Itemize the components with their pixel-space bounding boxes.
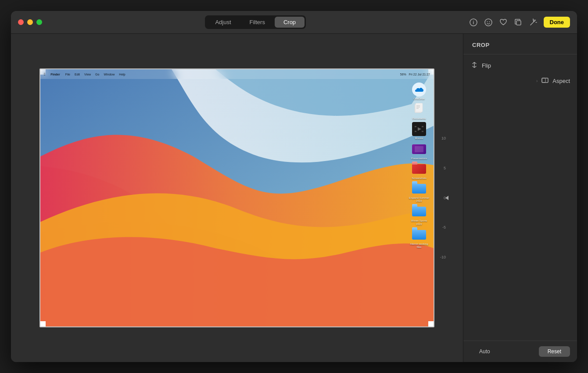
winter-folder-label: Winter Sports 2022 xyxy=(408,219,430,226)
menu-go: Go xyxy=(95,73,99,76)
list-item: Presentations xyxy=(408,142,430,160)
auto-button[interactable]: Auto xyxy=(470,346,499,357)
svg-point-2 xyxy=(485,19,492,26)
minimize-button[interactable] xyxy=(27,19,33,25)
presentations-label: Presentations xyxy=(411,157,427,160)
titlebar: Adjust Filters Crop i xyxy=(11,11,577,34)
traffic-lights xyxy=(18,19,42,25)
ruler-label-10: 10 xyxy=(441,136,448,140)
right-panel: CROP Flip › xyxy=(463,34,577,362)
flip-icon xyxy=(470,61,478,70)
close-button[interactable] xyxy=(18,19,24,25)
menu-window: Window xyxy=(104,73,115,76)
menu-help: Help xyxy=(119,73,125,76)
mac-menubar-right: 56% Fri 22 Jul 21:27 xyxy=(400,73,430,76)
aspect-chevron: › xyxy=(536,79,538,83)
duplicate-icon[interactable] xyxy=(514,18,523,27)
crop-corner-bl[interactable] xyxy=(39,321,46,327)
tab-crop[interactable]: Crop xyxy=(275,17,305,28)
aspect-item[interactable]: › Aspect xyxy=(463,73,577,89)
tab-filters[interactable]: Filters xyxy=(241,17,274,28)
flip-label: Flip xyxy=(482,62,491,69)
crop-corner-br[interactable] xyxy=(428,321,434,327)
panel-header: CROP xyxy=(463,34,577,54)
finder-app-name: Finder xyxy=(50,73,60,76)
titlebar-right: i xyxy=(469,17,570,28)
panel-title: CROP xyxy=(472,42,490,48)
tab-group: Adjust Filters Crop xyxy=(205,15,306,29)
svg-rect-14 xyxy=(415,126,416,127)
list-item: England Summer 2022 xyxy=(408,182,430,203)
svg-rect-20 xyxy=(542,78,545,82)
mac-menu-items: File Edit View Go Window Help xyxy=(65,73,125,76)
battery-indicator: 56% xyxy=(400,73,406,76)
reset-button[interactable]: Reset xyxy=(539,346,570,357)
rotation-ruler: 10 5 0 -5 -10 xyxy=(435,132,448,264)
content:  Finder File Edit View Go Window Help xyxy=(11,34,577,362)
menu-file: File xyxy=(65,73,70,76)
heart-icon[interactable] xyxy=(499,18,508,27)
screenshots-label: Screenshots xyxy=(412,177,426,180)
info-icon[interactable]: i xyxy=(469,18,478,27)
list-item: Screenshots xyxy=(408,162,430,180)
list-item: Aileron working files xyxy=(408,228,430,249)
aspect-label: Aspect xyxy=(552,78,570,84)
svg-rect-17 xyxy=(422,131,423,132)
documents-label: Documents xyxy=(412,117,426,120)
canvas-wrapper:  Finder File Edit View Go Window Help xyxy=(39,68,434,327)
onedrive-label: OneDrive xyxy=(413,97,424,100)
ruler-label-5: 5 xyxy=(444,166,448,170)
england-folder-icon xyxy=(412,182,426,196)
list-item: Movies xyxy=(408,122,430,140)
presentations-icon xyxy=(412,142,426,156)
svg-text:i: i xyxy=(473,20,474,25)
svg-rect-16 xyxy=(415,131,416,132)
apple-logo:  xyxy=(44,72,45,76)
mac-menubar:  Finder File Edit View Go Window Help xyxy=(40,69,434,79)
desktop-icons: OneDrive xyxy=(408,82,430,249)
aileron-folder-label: Aileron working files xyxy=(408,243,430,249)
image-preview[interactable]:  Finder File Edit View Go Window Help xyxy=(39,68,434,327)
documents-icon xyxy=(412,102,426,116)
screenshots-icon xyxy=(412,162,426,176)
list-item: Winter Sports 2022 xyxy=(408,204,430,226)
menu-edit: Edit xyxy=(75,73,80,76)
svg-rect-5 xyxy=(516,21,521,25)
aileron-folder-icon xyxy=(412,228,426,242)
svg-rect-19 xyxy=(542,78,548,82)
winter-folder-icon xyxy=(412,204,426,219)
aspect-icon xyxy=(541,77,549,85)
ruler-label-neg10: -10 xyxy=(440,255,448,259)
panel-body: Flip › Aspect xyxy=(463,54,577,341)
svg-point-3 xyxy=(487,21,488,22)
ruler-label-neg5: -5 xyxy=(442,226,448,230)
desktop-background:  Finder File Edit View Go Window Help xyxy=(40,69,434,326)
done-button[interactable]: Done xyxy=(544,17,570,28)
movies-label: Movies xyxy=(415,137,423,140)
main-window: Adjust Filters Crop i xyxy=(11,11,577,362)
onedrive-icon xyxy=(412,82,426,97)
editor-area:  Finder File Edit View Go Window Help xyxy=(11,34,463,362)
svg-point-4 xyxy=(489,21,490,22)
emoji-icon[interactable] xyxy=(484,18,493,27)
england-folder-label: England Summer 2022 xyxy=(408,197,430,203)
flip-item[interactable]: Flip xyxy=(463,58,577,73)
list-item: Documents xyxy=(408,102,430,120)
svg-rect-15 xyxy=(422,126,423,127)
menu-view: View xyxy=(84,73,91,76)
panel-footer: Auto Reset xyxy=(463,341,577,362)
maximize-button[interactable] xyxy=(36,19,42,25)
datetime: Fri 22 Jul 21:27 xyxy=(409,73,430,76)
list-item: OneDrive xyxy=(408,82,430,100)
magic-icon[interactable] xyxy=(529,18,538,27)
ruler-indicator xyxy=(445,196,448,200)
tab-adjust[interactable]: Adjust xyxy=(206,17,240,28)
movies-icon xyxy=(412,122,426,136)
svg-rect-12 xyxy=(416,103,423,112)
ruler-marks: 10 5 0 -5 -10 xyxy=(435,136,448,259)
